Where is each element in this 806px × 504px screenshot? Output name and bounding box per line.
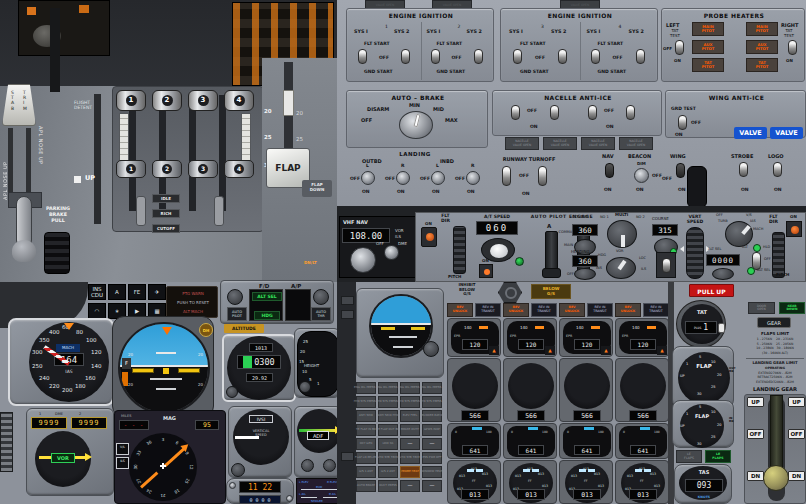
- ignition-switch[interactable]: [474, 49, 483, 64]
- multi-knob[interactable]: [607, 220, 637, 248]
- landing-light-knob[interactable]: [396, 171, 410, 185]
- epr-mode-button[interactable]: ▲: [489, 346, 499, 355]
- ignition-switch[interactable]: [401, 49, 410, 64]
- logo-light-switch[interactable]: [773, 162, 782, 177]
- throttle-lever[interactable]: 2: [152, 90, 182, 111]
- panel-toggle-button[interactable]: INS CDU: [88, 284, 106, 300]
- epr-bug[interactable]: [535, 326, 544, 329]
- ap-engage-lever-a-handle[interactable]: [542, 268, 561, 278]
- heading-knob[interactable]: [574, 268, 596, 280]
- trim-wheel[interactable]: [0, 412, 13, 472]
- reverser-lever[interactable]: 2: [152, 160, 182, 178]
- asi-speed-bug[interactable]: [64, 323, 74, 330]
- ap-engage-lever-a[interactable]: [545, 231, 558, 273]
- egt-bug[interactable]: [640, 427, 650, 430]
- beacon-light-knob[interactable]: [634, 168, 649, 183]
- ignition-switch[interactable]: [558, 49, 567, 64]
- vl-selector[interactable]: V/L: [116, 443, 129, 455]
- altitude-alert-box[interactable]: PTG WARN PUSH TO RESET ALT MACH: [166, 286, 218, 318]
- tat-test-switch-left[interactable]: [675, 40, 684, 55]
- landing-light-switch-group[interactable]: L OFF ON: [350, 163, 385, 197]
- throttle-lever[interactable]: 4: [224, 90, 254, 111]
- clock-button[interactable]: [229, 482, 236, 489]
- nacelle-anti-ice-switch-1[interactable]: [511, 105, 520, 120]
- fd-test-button[interactable]: [227, 289, 243, 305]
- approach-switch[interactable]: [662, 258, 671, 273]
- flt-dir-switch-right[interactable]: [786, 221, 802, 237]
- auto-thr-button[interactable]: AUTO THR: [311, 307, 331, 321]
- gear-lever-shaft[interactable]: [770, 395, 783, 473]
- egt-bug[interactable]: [472, 427, 482, 430]
- throttle-lever[interactable]: 1: [116, 90, 146, 111]
- vhf-nav-tune-knob[interactable]: [350, 247, 376, 273]
- auto-pilot-button[interactable]: AUTO PILOT: [227, 307, 247, 321]
- nacelle-anti-ice-switch-2[interactable]: [550, 105, 559, 120]
- epr-mode-button[interactable]: ▲: [545, 346, 555, 355]
- adf-knob[interactable]: [301, 459, 314, 472]
- epr-bug[interactable]: [591, 326, 600, 329]
- nav-light-switch[interactable]: [605, 163, 614, 178]
- ignition-switch[interactable]: [358, 49, 367, 64]
- tat-test-switch-right[interactable]: [788, 40, 797, 55]
- pitch-mode-knob[interactable]: [725, 221, 753, 247]
- wing-anti-ice-switch[interactable]: [678, 115, 687, 130]
- nacelle-anti-ice-switch-4[interactable]: [626, 105, 635, 120]
- stab-trim-lever-shaft[interactable]: [50, 8, 60, 92]
- panel-toggle-button[interactable]: FE: [128, 284, 146, 300]
- fuel-lever[interactable]: [136, 196, 146, 226]
- gear-lever-knob[interactable]: [763, 465, 789, 491]
- alt-sel-knob[interactable]: [712, 268, 734, 280]
- wing-light-switch[interactable]: [676, 163, 685, 178]
- reverser-lever[interactable]: 4: [224, 160, 254, 178]
- flt-dir-switch-left[interactable]: [421, 227, 437, 247]
- standby-adi-cage-knob[interactable]: [423, 341, 439, 357]
- ignition-switch[interactable]: [513, 49, 522, 64]
- runway-turnoff-switch-l[interactable]: [502, 166, 511, 186]
- epr-mode-button[interactable]: ▲: [657, 346, 667, 355]
- vert-speed-wheel[interactable]: [686, 227, 704, 279]
- pitch-wheel-left[interactable]: [453, 226, 466, 274]
- ignition-switch[interactable]: [591, 49, 600, 64]
- ap-test-button[interactable]: [313, 289, 329, 305]
- landing-light-switch-group[interactable]: R OFF ON: [385, 163, 420, 197]
- nav-mode-knob[interactable]: [606, 257, 636, 279]
- reverser-lever[interactable]: 1: [116, 160, 146, 178]
- reverser-lever[interactable]: 3: [188, 160, 218, 178]
- egt-bug[interactable]: [584, 427, 594, 430]
- tat-knob[interactable]: [718, 323, 725, 333]
- vhf-nav-mode-knob[interactable]: [384, 245, 399, 260]
- panel-toggle-button[interactable]: ◠: [88, 303, 106, 319]
- ils-selector[interactable]: ILS: [116, 457, 129, 469]
- speedbrake-knob[interactable]: [12, 240, 36, 262]
- throttle-lever[interactable]: 3: [188, 90, 218, 111]
- nacelle-anti-ice-switch-3[interactable]: [588, 105, 597, 120]
- egt-bug[interactable]: [528, 427, 538, 430]
- gear-button[interactable]: GEAR: [757, 317, 791, 328]
- epr-bug[interactable]: [647, 326, 656, 329]
- landing-light-knob[interactable]: [361, 171, 375, 185]
- runway-turnoff-switch-r[interactable]: [538, 166, 547, 186]
- vert-speed-label: VERT SPEED: [681, 214, 709, 224]
- adf-knob[interactable]: [323, 459, 336, 472]
- landing-light-knob[interactable]: [466, 171, 480, 185]
- at-arm-switch[interactable]: [479, 264, 493, 278]
- parking-brake-handle[interactable]: [44, 232, 70, 274]
- panel-toggle-button[interactable]: ✈: [148, 284, 166, 300]
- ignition-switch[interactable]: [636, 49, 645, 64]
- altimeter-baro-knob[interactable]: [226, 386, 238, 398]
- flap-lever-shaft[interactable]: [283, 90, 294, 116]
- landing-light-knob[interactable]: [431, 171, 445, 185]
- panel-toggle-button[interactable]: A: [108, 284, 126, 300]
- dh-set-knob[interactable]: [299, 381, 311, 393]
- landing-light-switch-group[interactable]: L OFF ON: [420, 163, 455, 197]
- epr-mode-button[interactable]: ▲: [601, 346, 611, 355]
- clock-button[interactable]: [286, 495, 293, 502]
- panel-lock-handle[interactable]: [687, 166, 707, 208]
- auto-brake-knob[interactable]: [399, 111, 433, 139]
- strobe-light-switch[interactable]: [739, 162, 748, 177]
- ignition-switch[interactable]: [431, 49, 440, 64]
- epr-bug[interactable]: [479, 326, 488, 329]
- fuel-lever[interactable]: [214, 196, 224, 226]
- landing-light-switch-group[interactable]: R OFF ON: [455, 163, 490, 197]
- ivsi-knob[interactable]: [231, 463, 245, 477]
